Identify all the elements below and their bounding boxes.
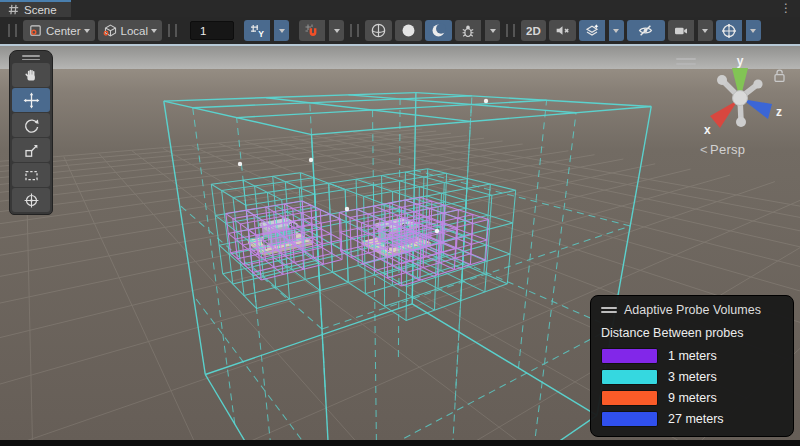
drag-handle-icon[interactable] bbox=[8, 24, 17, 37]
move-tool[interactable] bbox=[12, 88, 50, 112]
tab-scene[interactable]: Scene bbox=[0, 0, 71, 17]
viewport-top-highlight bbox=[0, 44, 800, 46]
effects-button[interactable] bbox=[579, 20, 605, 41]
legend-row: 1 meters bbox=[601, 348, 783, 364]
shaded-sphere-icon bbox=[370, 22, 387, 39]
audio-mute-icon bbox=[554, 22, 571, 39]
snap-increment-options[interactable] bbox=[329, 20, 344, 41]
swatch-9m bbox=[601, 390, 658, 406]
persp-arrow-icon: < bbox=[700, 142, 708, 157]
scale-tool-icon bbox=[23, 142, 40, 159]
legend-label: 3 meters bbox=[668, 370, 717, 384]
chevron-down-icon bbox=[750, 29, 756, 33]
light-circle-icon bbox=[400, 22, 417, 39]
light-toggle-button[interactable] bbox=[395, 20, 422, 41]
legend-row: 9 meters bbox=[601, 390, 783, 406]
move-tool-icon bbox=[23, 92, 40, 109]
axis-gizmo[interactable]: y x z bbox=[696, 56, 784, 140]
axis-z-label: z bbox=[776, 105, 782, 119]
chevron-down-icon bbox=[334, 29, 340, 33]
moon-icon bbox=[430, 22, 447, 39]
axis-x-cone[interactable] bbox=[710, 100, 738, 128]
rect-tool[interactable] bbox=[12, 163, 50, 187]
grid-snap-toggle[interactable]: Y bbox=[244, 20, 270, 41]
orientation-dropdown[interactable]: Local bbox=[98, 20, 163, 41]
grid-snap-icon: Y bbox=[249, 23, 265, 39]
2d-label: 2D bbox=[526, 25, 541, 37]
chevron-down-icon bbox=[151, 29, 157, 33]
chevron-down-icon bbox=[490, 29, 496, 33]
legend-label: 1 meters bbox=[668, 349, 717, 363]
scene-lighting-button[interactable] bbox=[425, 20, 452, 41]
chevron-down-icon bbox=[84, 29, 90, 33]
debug-filter-button[interactable] bbox=[455, 20, 481, 41]
chevron-down-icon bbox=[279, 29, 285, 33]
chevron-down-icon bbox=[702, 29, 708, 33]
transform-tool[interactable] bbox=[12, 188, 50, 212]
rect-tool-icon bbox=[23, 167, 40, 184]
chevron-down-icon bbox=[613, 29, 619, 33]
view-hand-tool[interactable] bbox=[12, 63, 50, 87]
pivot-icon bbox=[28, 23, 43, 38]
pivot-dropdown[interactable]: Center bbox=[23, 20, 95, 41]
lock-icon[interactable] bbox=[773, 68, 786, 83]
grid-snap-options[interactable] bbox=[274, 20, 289, 41]
scale-tool[interactable] bbox=[12, 138, 50, 162]
drag-handle-icon[interactable] bbox=[12, 53, 50, 62]
divider bbox=[350, 24, 359, 37]
tab-label: Scene bbox=[24, 4, 57, 16]
orientation-gizmo-overlay: y x z <Persp bbox=[674, 50, 796, 157]
transform-tool-icon bbox=[23, 192, 40, 209]
debug-bug-icon bbox=[460, 23, 476, 39]
swatch-1m bbox=[601, 348, 658, 364]
apv-legend-panel[interactable]: Adaptive Probe Volumes Distance Between … bbox=[590, 295, 794, 437]
drag-handle-icon[interactable] bbox=[601, 305, 617, 314]
grid-size-input[interactable] bbox=[190, 21, 234, 40]
legend-title: Adaptive Probe Volumes bbox=[624, 303, 761, 317]
projection-label: Persp bbox=[710, 142, 745, 157]
camera-settings-button[interactable] bbox=[668, 20, 694, 41]
legend-row: 27 meters bbox=[601, 411, 783, 427]
gizmos-button[interactable] bbox=[716, 20, 742, 41]
draw-mode-button[interactable] bbox=[365, 20, 392, 41]
bottom-bar bbox=[0, 440, 800, 446]
drag-handle-icon[interactable] bbox=[676, 58, 696, 68]
hand-tool-icon bbox=[23, 67, 40, 84]
2d-toggle-button[interactable]: 2D bbox=[521, 20, 546, 41]
overflow-menu-icon[interactable]: ⋮ bbox=[772, 0, 800, 17]
camera-settings-icon bbox=[673, 23, 689, 39]
legend-label: 27 meters bbox=[668, 412, 724, 426]
rotate-tool[interactable] bbox=[12, 113, 50, 137]
gizmos-options[interactable] bbox=[746, 20, 761, 41]
effects-options[interactable] bbox=[609, 20, 624, 41]
snap-increment-button[interactable] bbox=[299, 20, 325, 41]
legend-label: 9 meters bbox=[668, 391, 717, 405]
scene-viewport[interactable]: y x z <Persp Adaptive Probe Volumes Dist… bbox=[0, 44, 800, 440]
camera-settings-options[interactable] bbox=[698, 20, 713, 41]
scene-visibility-button[interactable] bbox=[627, 20, 665, 41]
tools-overlay bbox=[9, 50, 53, 215]
audio-toggle-button[interactable] bbox=[549, 20, 576, 41]
swatch-3m bbox=[601, 369, 658, 385]
visibility-icon bbox=[637, 22, 654, 39]
tab-bar: Scene ⋮ bbox=[0, 0, 800, 17]
divider bbox=[506, 24, 515, 37]
effects-icon bbox=[584, 23, 600, 39]
orientation-label: Local bbox=[121, 25, 149, 37]
scene-toolbar: Center Local Y bbox=[0, 17, 800, 44]
gizmos-icon bbox=[721, 23, 737, 39]
debug-filter-options[interactable] bbox=[485, 20, 500, 41]
scene-tab-icon bbox=[8, 4, 19, 15]
legend-row: 3 meters bbox=[601, 369, 783, 385]
orientation-icon bbox=[103, 23, 118, 38]
legend-subtitle: Distance Between probes bbox=[601, 326, 783, 340]
axis-center[interactable] bbox=[733, 91, 748, 106]
drag-handle-icon[interactable] bbox=[168, 24, 177, 37]
axis-y-label: y bbox=[737, 56, 744, 68]
swatch-27m bbox=[601, 411, 658, 427]
svg-text:Y: Y bbox=[258, 29, 264, 39]
snap-increment-icon bbox=[304, 23, 320, 39]
pivot-label: Center bbox=[46, 25, 81, 37]
projection-toggle[interactable]: <Persp bbox=[700, 142, 796, 157]
rotate-tool-icon bbox=[23, 117, 40, 134]
